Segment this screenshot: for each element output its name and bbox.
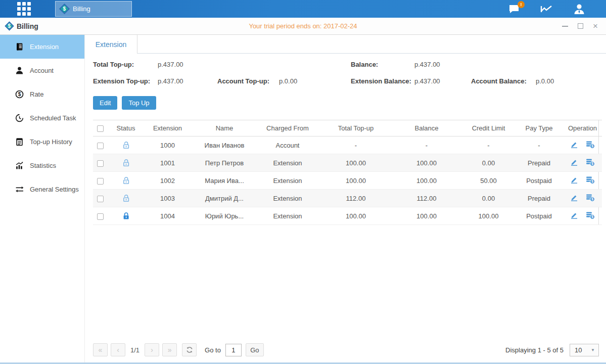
next-page-button[interactable]: ›: [145, 343, 159, 356]
table-row[interactable]: 1003 Дмитрий Д... Extension 112.00 112.0…: [93, 190, 602, 207]
bar-chart-icon: [15, 161, 24, 170]
goto-page-input[interactable]: [225, 344, 242, 356]
name-cell: Дмитрий Д...: [194, 190, 255, 207]
svg-text:$: $: [592, 179, 594, 184]
edit-row-icon[interactable]: [570, 211, 578, 221]
total-topup-value: p.437.00: [158, 61, 217, 68]
sidebar-item-scheduled-task[interactable]: Scheduled Task: [0, 106, 84, 130]
credit-limit-cell: 0.00: [462, 190, 515, 207]
lock-status-icon: [122, 141, 130, 148]
edit-row-icon[interactable]: [570, 158, 578, 168]
user-account-icon[interactable]: [573, 4, 586, 15]
sidebar-item-label: Top-up History: [30, 138, 72, 146]
credit-limit-cell: 0.00: [462, 154, 515, 172]
svg-text:$: $: [592, 197, 594, 201]
select-all-checkbox[interactable]: [97, 125, 104, 132]
edit-row-icon[interactable]: [570, 141, 578, 150]
extension-topup-label: Extension Top-up:: [93, 77, 158, 85]
account-topup-value: p.0.00: [279, 77, 351, 85]
monitor-chart-icon[interactable]: [540, 4, 553, 15]
table-row[interactable]: 1000 Иван Иванов Account - - - - $: [93, 136, 602, 154]
pay-type-cell: Prepaid: [515, 190, 563, 207]
sidebar-item-label: Statistics: [30, 162, 56, 169]
notifications-icon[interactable]: !: [508, 4, 521, 15]
edit-button[interactable]: Edit: [93, 96, 117, 110]
sidebar-item-general-settings[interactable]: General Settings: [0, 177, 84, 201]
row-checkbox[interactable]: [97, 143, 104, 149]
billing-window: $ Billing ! $ Billing Your trial period …: [0, 0, 606, 364]
window-title: Billing: [17, 22, 38, 30]
table-row[interactable]: 1001 Петр Петров Extension 100.00 100.00…: [93, 154, 602, 172]
sidebar-item-topup-history[interactable]: Top-up History: [0, 130, 84, 154]
charged-from-cell: Extension: [255, 190, 320, 207]
col-credit-limit: Credit Limit: [462, 120, 515, 136]
charged-from-cell: Extension: [255, 207, 320, 225]
topup-row-icon[interactable]: $: [586, 141, 595, 150]
minimize-icon[interactable]: [562, 23, 569, 30]
last-page-button[interactable]: »: [162, 343, 177, 356]
edit-row-icon[interactable]: [570, 176, 578, 186]
sidebar-item-extension[interactable]: Extension: [0, 35, 84, 59]
sidebar-item-label: Account: [30, 67, 54, 74]
app-menu-icon[interactable]: [15, 3, 32, 16]
total-topup-cell: 100.00: [320, 172, 391, 190]
row-checkbox[interactable]: [97, 196, 104, 202]
balance-label: Balance:: [351, 61, 414, 68]
refresh-icon[interactable]: [182, 343, 197, 356]
total-topup-label: Total Top-up:: [93, 61, 158, 68]
billing-app-icon: $: [59, 4, 70, 14]
prev-page-button[interactable]: ‹: [111, 343, 125, 356]
person-icon: [15, 66, 24, 75]
topup-row-icon[interactable]: $: [586, 211, 595, 221]
charged-from-cell: Account: [255, 136, 320, 154]
col-total-topup: Total Top-up: [320, 120, 391, 136]
row-checkbox[interactable]: [97, 160, 104, 167]
total-topup-cell: -: [320, 136, 391, 154]
total-topup-cell: 100.00: [320, 154, 391, 172]
maximize-icon[interactable]: [577, 23, 584, 30]
credit-limit-cell: 100.00: [462, 207, 515, 225]
pagination-bar: « ‹ 1/1 › » Go to Go Displaying 1 - 5 of…: [93, 341, 599, 358]
tab-extension[interactable]: Extension: [85, 35, 137, 54]
table-row[interactable]: 1002 Мария Ива... Extension 100.00 100.0…: [93, 172, 602, 190]
lock-status-icon: [122, 211, 130, 219]
row-checkbox[interactable]: [97, 213, 104, 220]
sidebar-item-statistics[interactable]: Statistics: [0, 154, 84, 177]
topup-row-icon[interactable]: $: [586, 194, 595, 203]
titlebar: $ Billing Your trial period ends on: 201…: [0, 18, 606, 35]
window-title-group: $ Billing: [6, 22, 38, 30]
window-controls: ×: [562, 23, 599, 30]
row-checkbox[interactable]: [97, 178, 104, 185]
edit-row-icon[interactable]: [570, 194, 578, 203]
sidebar-item-label: Scheduled Task: [30, 114, 76, 122]
topup-button[interactable]: Top Up: [122, 96, 156, 110]
col-charged-from: Charged From: [255, 120, 320, 136]
sidebar-item-label: General Settings: [30, 186, 79, 193]
page-size-value: 10: [575, 346, 582, 354]
summary: Total Top-up: p.437.00 Extension Top-up:…: [93, 61, 599, 85]
billing-window-icon: $: [5, 21, 14, 30]
page-size-select[interactable]: 10 ▼: [570, 344, 599, 356]
table-body: 1000 Иван Иванов Account - - - - $ 1001 …: [93, 136, 602, 225]
extension-cell: 1002: [141, 172, 194, 190]
close-icon[interactable]: ×: [592, 23, 599, 30]
go-button[interactable]: Go: [246, 343, 264, 356]
trial-notice: Your trial period ends on: 2017-02-24: [0, 22, 606, 30]
sidebar-item-account[interactable]: Account: [0, 59, 84, 82]
name-cell: Петр Петров: [194, 154, 255, 172]
topup-row-icon[interactable]: $: [586, 176, 595, 186]
tabstrip-filler: [137, 35, 606, 54]
table-row[interactable]: 1004 Юрий Юрь... Extension 100.00 100.00…: [93, 207, 602, 225]
col-operation: Operation: [563, 120, 602, 136]
topbar-tab-billing[interactable]: $ Billing: [55, 1, 132, 17]
col-pay-type: Pay Type: [515, 120, 563, 136]
col-extension: Extension: [141, 120, 194, 136]
action-buttons: Edit Top Up: [93, 96, 599, 110]
chevron-down-icon: ▼: [591, 348, 595, 352]
col-balance: Balance: [391, 120, 462, 136]
sidebar-item-rate[interactable]: $ Rate: [0, 82, 84, 106]
first-page-button[interactable]: «: [93, 343, 108, 356]
col-status: Status: [111, 120, 141, 136]
extension-topup-value: p.437.00: [158, 77, 217, 85]
topup-row-icon[interactable]: $: [586, 158, 595, 168]
